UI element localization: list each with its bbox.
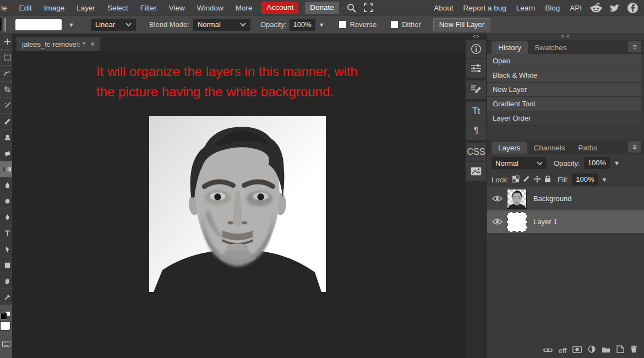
paragraph-panel-icon[interactable]: ¶: [466, 121, 486, 140]
collapse-panel-icon[interactable]: > <: [487, 34, 644, 40]
layer-mask-icon[interactable]: [572, 345, 582, 355]
character-panel-icon[interactable]: Tt: [466, 102, 486, 121]
history-item-black-and-white[interactable]: Black & White: [487, 68, 641, 83]
tab-channels[interactable]: Channels: [527, 142, 572, 154]
layer-blend-select[interactable]: Normal: [492, 157, 547, 169]
link-layers-icon[interactable]: [543, 345, 553, 355]
visibility-eye-icon[interactable]: [487, 218, 507, 225]
menu-item-image[interactable]: Image: [38, 4, 71, 12]
link-about[interactable]: About: [429, 4, 458, 12]
tool-blur[interactable]: [0, 177, 12, 193]
layer-effects-icon[interactable]: eff: [559, 346, 566, 355]
menu-item-view[interactable]: View: [163, 4, 191, 12]
link-blog[interactable]: Blog: [540, 4, 565, 12]
history-menu-icon[interactable]: ≡: [628, 41, 641, 52]
link-learn[interactable]: Learn: [511, 4, 541, 12]
fill-dropdown-icon[interactable]: ▼: [602, 176, 608, 183]
tab-paths[interactable]: Paths: [572, 142, 604, 154]
tool-marquee[interactable]: [0, 50, 12, 65]
opacity-dropdown-icon[interactable]: ▼: [319, 21, 325, 28]
adjustment-layer-icon[interactable]: [588, 345, 596, 355]
tool-shape[interactable]: [0, 257, 12, 273]
search-icon[interactable]: [347, 3, 356, 13]
tool-hand[interactable]: [0, 273, 12, 289]
gradient-style-swatch[interactable]: [0, 18, 6, 31]
lock-all-icon[interactable]: [544, 175, 551, 185]
link-api[interactable]: API: [565, 4, 587, 12]
tool-dodge[interactable]: [0, 193, 12, 209]
layer-thumbnail-background[interactable]: [507, 189, 527, 209]
menu-item-file[interactable]: le: [0, 4, 13, 12]
close-tab-icon[interactable]: ×: [90, 40, 95, 48]
layer-thumbnail-layer-1[interactable]: [507, 212, 527, 232]
tool-pen[interactable]: [0, 209, 12, 225]
info-icon[interactable]: [466, 40, 486, 58]
color-swatches[interactable]: [0, 311, 12, 337]
link-report-a-bug[interactable]: Report a bug: [459, 4, 511, 12]
blend-mode-label: Blend Mode:: [149, 20, 189, 29]
layer-row-background[interactable]: Background: [487, 187, 644, 210]
tool-gradient[interactable]: [0, 161, 12, 177]
new-folder-icon[interactable]: [602, 345, 610, 355]
reverse-checkbox[interactable]: [339, 21, 346, 28]
new-fill-layer-button[interactable]: New Fill Layer: [433, 18, 490, 31]
menu-item-filter[interactable]: Filter: [134, 4, 163, 12]
tool-move[interactable]: [0, 34, 12, 49]
gradient-preview[interactable]: [15, 19, 62, 30]
layer-row-layer-1[interactable]: Layer 1: [487, 210, 644, 234]
tab-history[interactable]: History: [492, 41, 528, 54]
tool-magic-wand[interactable]: [0, 97, 12, 113]
visibility-eye-icon[interactable]: [487, 195, 507, 202]
tool-brush[interactable]: [0, 113, 12, 129]
tool-type[interactable]: [0, 225, 12, 241]
history-item-new-layer[interactable]: New Layer: [487, 83, 641, 97]
tool-path-select[interactable]: [0, 241, 12, 257]
document-tab[interactable]: jalees_fc-removeb * ×: [17, 37, 100, 51]
facebook-icon[interactable]: [627, 2, 638, 14]
tool-eyedropper[interactable]: [0, 289, 12, 305]
fill-value[interactable]: 100%: [572, 173, 598, 186]
lock-position-icon[interactable]: [533, 175, 541, 185]
menu-item-edit[interactable]: Edit: [13, 4, 38, 12]
foreground-color-swatch[interactable]: [1, 313, 7, 319]
donate-button[interactable]: Donate: [305, 2, 339, 14]
menu-item-layer[interactable]: Layer: [70, 4, 101, 12]
keyboard-icon[interactable]: [0, 341, 12, 347]
layer-opacity-value[interactable]: 100%: [584, 157, 610, 169]
menu-item-select[interactable]: Select: [101, 4, 134, 12]
new-layer-icon[interactable]: [616, 345, 624, 355]
tool-settings-icon[interactable]: [466, 59, 486, 78]
tool-lasso[interactable]: [0, 66, 12, 81]
tool-clone-stamp[interactable]: [0, 129, 12, 145]
annotation-line-1: It will organize the layers in this mann…: [96, 61, 427, 82]
reddit-icon[interactable]: [590, 3, 602, 13]
history-item-layer-order[interactable]: Layer Order: [487, 111, 641, 126]
tab-swatches[interactable]: Swatches: [528, 41, 574, 54]
opacity-label: Opacity:: [260, 20, 287, 29]
gradient-type-select[interactable]: Linear: [91, 19, 136, 31]
dither-checkbox[interactable]: [391, 21, 398, 28]
tab-layers[interactable]: Layers: [492, 142, 527, 154]
lock-transparency-icon[interactable]: [512, 175, 520, 185]
collapse-strip-icon[interactable]: <>: [465, 34, 487, 40]
tool-crop[interactable]: [0, 82, 12, 97]
opacity-value[interactable]: 100%: [290, 19, 315, 31]
lock-pixels-icon[interactable]: [523, 175, 530, 184]
history-item-gradient-tool[interactable]: Gradient Tool: [487, 97, 641, 111]
tool-eraser[interactable]: [0, 145, 12, 161]
layer-opacity-dropdown-icon[interactable]: ▼: [614, 160, 620, 166]
menu-item-more[interactable]: More: [230, 4, 259, 12]
fullscreen-icon[interactable]: [364, 3, 373, 12]
layers-menu-icon[interactable]: ≡: [628, 141, 641, 153]
delete-layer-icon[interactable]: [630, 345, 637, 355]
css-panel-icon[interactable]: CSS: [466, 143, 486, 161]
history-item-open[interactable]: Open: [487, 54, 641, 68]
image-panel-icon[interactable]: [466, 162, 486, 181]
menu-item-window[interactable]: Window: [191, 4, 230, 12]
gradient-dropdown-icon[interactable]: ▼: [68, 21, 74, 28]
blend-mode-select[interactable]: Normal: [193, 19, 250, 31]
brush-settings-icon[interactable]: [466, 80, 486, 99]
account-button[interactable]: Account: [261, 2, 298, 14]
twitter-icon[interactable]: [609, 3, 620, 13]
gradient-color-swatch[interactable]: [0, 321, 10, 330]
